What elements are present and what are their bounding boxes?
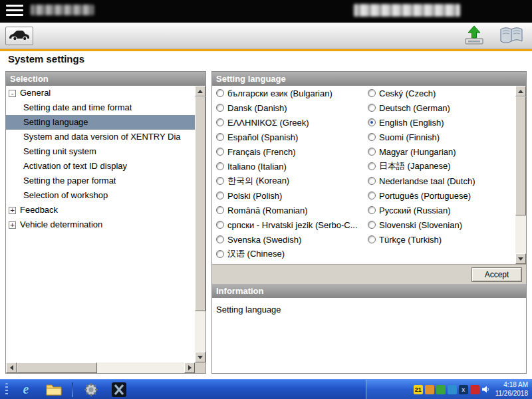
tree-item[interactable]: Setting the paper format [6,174,195,188]
language-option[interactable]: Türkçe (Turkish) [364,232,515,247]
collapse-icon[interactable]: - [9,90,16,97]
export-button[interactable] [460,25,488,47]
language-option[interactable]: Italiano (Italian) [212,159,364,174]
language-option[interactable]: српски - Hrvatski jezik (Serbo-C... [212,217,364,232]
scroll-track[interactable] [17,362,184,373]
vehicle-button[interactable] [5,27,33,45]
tree-item[interactable]: +Feedback [6,203,195,217]
tree-item-label: System and data version of XENTRY Dia [23,130,181,144]
scroll-up-button[interactable] [515,86,526,96]
selection-horizontal-scrollbar[interactable] [6,362,195,373]
radio-icon[interactable] [216,250,224,258]
language-option[interactable]: Suomi (Finnish) [364,130,515,144]
scroll-thumb[interactable] [515,96,526,215]
radio-icon[interactable] [368,177,376,185]
language-option[interactable]: Română (Romanian) [212,203,364,217]
language-option[interactable]: Русский (Russian) [364,203,515,217]
language-option[interactable]: Polski (Polish) [212,188,364,203]
xentry-tray-icon[interactable]: x [459,385,468,394]
scroll-right-button[interactable] [184,362,195,373]
radio-icon[interactable] [368,192,376,200]
radio-icon[interactable] [368,221,376,229]
language-option[interactable]: Português (Portuguese) [364,188,515,203]
language-option-label: Slovenski (Slovenian) [379,220,462,230]
radio-icon[interactable] [368,133,376,141]
language-option[interactable]: Français (French) [212,144,364,159]
scroll-track[interactable] [195,96,205,352]
language-option[interactable]: Deutsch (German) [364,100,515,115]
selection-vertical-scrollbar[interactable] [195,86,205,362]
radio-icon[interactable] [216,177,224,185]
xentry-icon[interactable] [109,381,129,398]
radio-selected-icon[interactable] [368,118,376,126]
language-option[interactable]: Slovenski (Slovenian) [364,217,515,232]
expand-icon[interactable]: + [9,221,16,229]
tree-item[interactable]: Setting unit system [6,144,195,159]
system-tool-icon[interactable] [81,381,101,398]
radio-icon[interactable] [216,133,224,141]
language-option[interactable]: Nederlandse taal (Dutch) [364,174,515,188]
radio-icon[interactable] [368,206,376,214]
language-panel-title: Setting language [216,74,286,84]
tree-item[interactable]: Setting date and time format [6,100,195,115]
alert-icon[interactable] [470,385,479,394]
language-option[interactable]: 汉语 (Chinese) [212,247,364,261]
accept-button[interactable]: Accept [471,267,522,282]
scroll-down-button[interactable] [195,352,205,362]
radio-icon[interactable] [216,221,224,229]
internet-explorer-icon[interactable]: e [16,381,36,398]
calendar-icon[interactable]: 21 [414,385,423,394]
expand-icon[interactable]: + [9,207,16,214]
scroll-left-button[interactable] [6,362,17,373]
scroll-thumb[interactable] [195,96,205,311]
language-option[interactable]: Magyar (Hungarian) [364,144,515,159]
tree-item[interactable]: System and data version of XENTRY Dia [6,130,195,144]
language-option[interactable]: 한국의 (Korean) [212,174,364,188]
security-icon[interactable] [425,385,434,394]
volume-icon[interactable] [481,385,491,394]
language-option[interactable]: Ceský (Czech) [364,86,515,100]
radio-icon[interactable] [368,235,376,243]
radio-icon[interactable] [216,192,224,200]
tree-item[interactable]: Activation of text ID display [6,159,195,174]
language-vertical-scrollbar[interactable] [515,86,526,264]
language-option[interactable]: ΕΛΛΗΝΙΚΟΣ (Greek) [212,115,364,130]
language-option[interactable]: Svenska (Swedish) [212,232,364,247]
radio-icon[interactable] [368,162,376,170]
language-option-label: Polski (Polish) [227,191,282,201]
radio-icon[interactable] [216,148,224,156]
language-option[interactable]: English (English) [364,115,515,130]
taskbar-separator [72,382,73,397]
status-icon[interactable] [436,385,446,394]
language-option[interactable]: български език (Bulgarian) [212,86,364,100]
language-option[interactable]: Dansk (Danish) [212,100,364,115]
network-icon[interactable] [448,385,457,394]
selection-panel: Selection -GeneralSetting date and time … [5,71,206,374]
radio-icon[interactable] [368,148,376,156]
radio-icon[interactable] [216,162,224,170]
clock-time: 4:18 AM [495,381,528,390]
scroll-track[interactable] [515,96,526,253]
radio-icon[interactable] [368,89,376,97]
information-body: Setting language [212,298,526,373]
folder-icon[interactable] [44,381,64,398]
language-option[interactable]: 日本語 (Japanese) [364,159,515,174]
manual-button[interactable] [497,25,525,47]
radio-icon[interactable] [216,206,224,214]
radio-icon[interactable] [368,104,376,112]
tree-item[interactable]: -General [6,86,195,100]
taskbar-clock[interactable]: 4:18 AM 11/26/2018 [495,381,528,398]
radio-icon[interactable] [216,235,224,243]
tree-item[interactable]: Setting language [6,115,195,130]
language-option[interactable]: Español (Spanish) [212,130,364,144]
hamburger-menu-icon[interactable] [6,5,23,18]
radio-icon[interactable] [216,89,224,97]
radio-icon[interactable] [216,118,224,126]
tree-item[interactable]: Selection of workshop [6,188,195,203]
scroll-up-button[interactable] [195,86,205,96]
scroll-down-button[interactable] [515,253,526,264]
tree-item[interactable]: +Vehicle determination [6,217,195,232]
scroll-thumb[interactable] [17,362,97,373]
radio-icon[interactable] [216,104,224,112]
taskbar-grip[interactable] [5,383,8,396]
